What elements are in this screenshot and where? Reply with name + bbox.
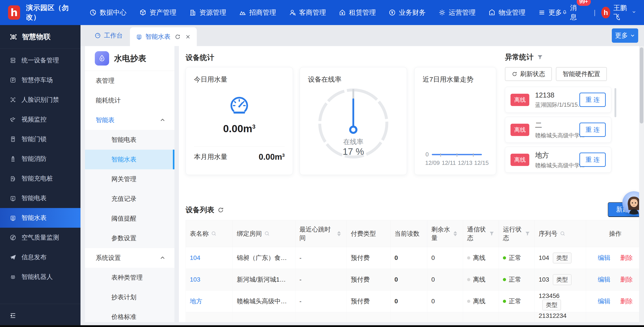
sidebar-item-air-quality[interactable]: 空气质量监测 [0,228,80,247]
meter-name-link[interactable]: 地方 [190,298,202,305]
trend-chart: 0 12/09 12/11 12/13 12/15 [422,140,490,167]
meter-name-link[interactable]: 103 [190,276,200,283]
sidebar-item-label: 智能充电桩 [22,174,53,183]
nav-item-asset[interactable]: 资产管理 [139,8,176,17]
submenu-group-smart-meter[interactable]: 智能表 [85,110,174,130]
nav-item-label: 业务财务 [399,8,426,17]
submenu-group-system-settings[interactable]: 系统设置 [85,248,174,268]
online-rate-gauge: 在线率 17 % [315,86,391,162]
card-title: 设备在线率 [308,75,399,84]
nav-item-label: 运营管理 [449,8,476,17]
device-list-title: 设备列表 [186,205,214,215]
submenu-item-price-standard[interactable]: 价格标准 [85,307,174,322]
collapse-menu-icon[interactable] [9,312,17,320]
search-icon[interactable] [211,230,217,236]
delete-action[interactable]: 删除 [620,254,633,261]
tabbar-more-button[interactable]: 更多 [612,28,638,43]
x-label: 12/15 [474,160,488,166]
nav-item-property[interactable]: 物业管理 [488,8,526,17]
nav-item-label: 客商管理 [299,8,326,17]
hardware-config-button[interactable]: 智能硬件配置 [556,67,607,81]
person-icon [289,9,296,16]
search-icon[interactable] [264,230,270,236]
x-label: 12/13 [458,160,472,166]
submenu-item-meter-manage[interactable]: 表管理 [85,71,174,90]
delete-action[interactable]: 删除 [620,276,633,283]
filter-icon[interactable] [537,54,544,60]
tab-close-icon[interactable] [185,34,191,40]
nav-item-operations[interactable]: 运营管理 [438,8,476,17]
page-scrollbar[interactable] [639,46,644,327]
pie-chart-icon [89,9,97,16]
sidebar-item-cctv[interactable]: 视频监控 [0,110,80,129]
type-tag[interactable]: 类型 [542,300,561,310]
sidebar-item-device-manage[interactable]: 统一设备管理 [0,50,80,70]
type-tag[interactable]: 类型 [553,252,572,264]
reconnect-button[interactable]: 重 连 [580,152,606,167]
water-meter-icon [136,33,142,40]
meter-name-link[interactable]: 104 [190,254,200,261]
submenu-item-params[interactable]: 参数设置 [85,228,174,248]
edit-action[interactable]: 编辑 [598,254,610,261]
yen-circle-icon [388,9,396,16]
filter-icon[interactable] [489,231,495,237]
sidebar-item-face-access[interactable]: 人脸识别门禁 [0,90,80,110]
nav-item-data-center[interactable]: 数据中心 [89,8,126,17]
nav-item-investment[interactable]: 招商管理 [239,8,276,17]
submenu-item-reading-plan[interactable]: 抄表计划 [85,288,174,307]
delete-action[interactable]: 删除 [620,298,633,305]
edit-action[interactable]: 编辑 [598,276,610,283]
sidebar-item-electric-meter[interactable]: 智能电表 [0,188,80,208]
refresh-status-button[interactable]: 刷新状态 [505,67,552,81]
tab-refresh-icon[interactable] [175,34,181,40]
submenu-item-smart-electric[interactable]: 智能电表 [85,130,174,150]
submenu-item-threshold[interactable]: 阈值提醒 [85,209,174,228]
stats-cards: 今日用水量 0.00 [186,67,496,175]
sidebar-item-charging[interactable]: 智能充电桩 [0,169,80,188]
submenu-item-smart-water[interactable]: 智能水表 [85,150,174,169]
nav-item-lease[interactable]: 租赁管理 [338,8,376,17]
type-tag[interactable]: 类型 [553,274,572,285]
month-usage-value: 0.00m3 [259,152,285,162]
online-rate-card: 设备在线率 在线率 17 % [300,67,407,175]
sidebar-item-door-lock[interactable]: 智能门锁 [0,129,80,149]
reconnect-button[interactable]: 重 连 [580,92,606,107]
submenu-item-meter-types[interactable]: 表种类管理 [85,268,174,288]
refresh-icon[interactable] [217,207,224,214]
sidebar-item-water-meter[interactable]: 智能水表 [0,208,80,228]
nav-item-finance[interactable]: 业务财务 [388,8,426,17]
submenu-item-energy-stats[interactable]: 能耗统计 [85,90,174,110]
nav-item-more[interactable]: 更多 [538,8,562,17]
water-electric-app-icon [95,51,109,66]
sort-control[interactable] [454,231,457,236]
search-icon[interactable] [560,230,566,236]
user-menu[interactable]: h 王鹏飞 [601,3,636,22]
submenu-item-recharge[interactable]: 充值记录 [85,189,174,209]
nav-item-merchant[interactable]: 客商管理 [289,8,326,17]
sidebar-item-label: 智能消防 [22,154,46,163]
reconnect-button[interactable]: 重 连 [580,122,606,137]
scrollbar-thumb[interactable] [640,48,643,124]
abnormal-scrollbar[interactable] [614,88,616,117]
sort-control[interactable] [337,231,341,236]
content-area: 水电抄表 表管理 能耗统计 智能表 智能电表 智能水表 网关管理 充值记录 阈值… [80,46,644,327]
park-name[interactable]: 演示园区（勿改） [26,3,74,22]
nav-item-resource[interactable]: 资源管理 [189,8,226,17]
edit-action[interactable]: 编辑 [598,298,610,305]
sidebar-item-label: 统一设备管理 [22,56,59,65]
offline-dot [467,300,470,303]
sidebar-item-parking[interactable]: 智慧停车场 [0,70,80,90]
sidebar-item-broadcast[interactable]: 信息发布 [0,247,80,267]
tab-workbench[interactable]: 工作台 [87,25,130,46]
table-header-row: 表名称 绑定房间 最近心跳时间 付费类型 当前读数 剩余水量 通信状态 运行状态… [186,220,639,247]
submenu-item-gateway[interactable]: 网关管理 [85,169,174,189]
sidebar-item-fire[interactable]: 智能消防 [0,149,80,169]
sidebar-item-label: 智能门锁 [22,135,46,143]
tab-smart-water-meter[interactable]: 智能水表 [130,27,197,46]
messages-button[interactable]: 消息 99+ [562,3,580,22]
sidebar-item-robot[interactable]: 智能机器人 [0,267,80,287]
month-usage-label: 本月用水量 [194,152,228,162]
brand-logo-icon[interactable]: h [8,5,20,20]
filter-icon[interactable] [524,231,530,237]
abnormal-buttons: 刷新状态 智能硬件配置 [505,67,611,81]
